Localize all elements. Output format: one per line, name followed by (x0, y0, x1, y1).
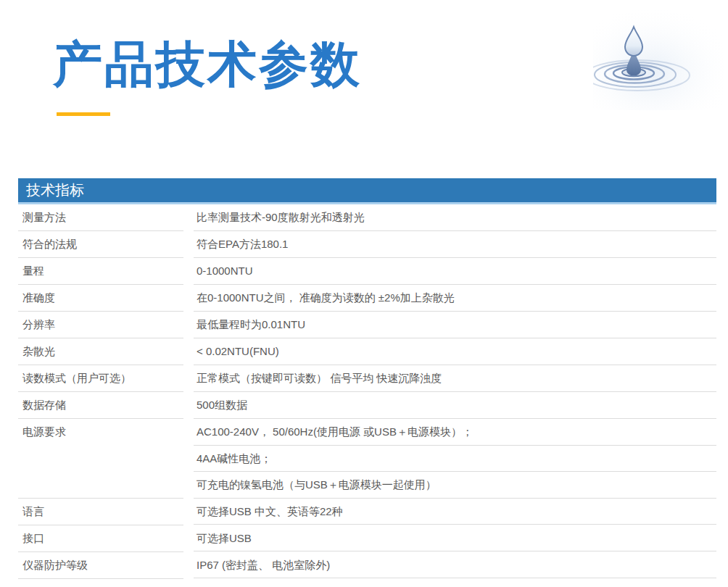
table-row: 语言可选择USB 中文、英语等22种 (18, 499, 716, 525)
water-drop-image (593, 7, 724, 110)
page-title: 产品技术参数 (53, 33, 362, 95)
column-gap (183, 499, 194, 525)
spec-table-body: 测量方法比率测量技术-90度散射光和透射光符合的法规符合EPA方法180.1量程… (18, 204, 716, 579)
row-label: 读数模式（用户可选） (18, 365, 183, 392)
table-row: 杂散光< 0.02NTU(FNU) (18, 338, 716, 365)
table-row: 测量方法比率测量技术-90度散射光和透射光 (18, 204, 716, 231)
row-value: IP67 (密封盖、 电池室除外) (194, 552, 716, 579)
table-row: 量程0-1000NTU (18, 258, 716, 285)
column-gap (183, 204, 194, 231)
row-label: 接口 (18, 525, 183, 552)
spec-table-header: 技术指标 (18, 178, 716, 204)
title-underline (57, 112, 110, 116)
column-gap (183, 231, 194, 258)
row-label: 仪器防护等级 (18, 552, 183, 579)
column-gap (183, 392, 194, 419)
row-value: 正常模式（按键即可读数） 信号平均 快速沉降浊度 (194, 365, 716, 392)
table-row: 分辨率最低量程时为0.01NTU (18, 312, 716, 338)
row-label: 杂散光 (18, 338, 183, 365)
spec-table: 技术指标 测量方法比率测量技术-90度散射光和透射光符合的法规符合EPA方法18… (18, 178, 716, 579)
page: 产品技术参数 (0, 0, 728, 587)
value-line: 0-1000NTU (194, 258, 716, 285)
value-line: 4AA碱性电池； (194, 446, 716, 472)
drop-image-background (593, 7, 724, 110)
table-row: 准确度在0-1000NTU之间， 准确度为读数的 ±2%加上杂散光 (18, 285, 716, 312)
value-line: 比率测量技术-90度散射光和透射光 (194, 204, 716, 231)
row-value: AC100-240V， 50/60Hz(使用电源 或USB＋电源模块）；4AA碱… (194, 419, 716, 499)
table-row: 接口可选择USB (18, 525, 716, 552)
row-value: 500组数据 (194, 392, 716, 419)
value-line: 可选择USB 中文、英语等22种 (194, 499, 716, 525)
row-value: 0-1000NTU (194, 258, 716, 285)
value-line: 在0-1000NTU之间， 准确度为读数的 ±2%加上杂散光 (194, 285, 716, 312)
column-gap (183, 525, 194, 552)
column-gap (183, 419, 194, 499)
table-row: 读数模式（用户可选）正常模式（按键即可读数） 信号平均 快速沉降浊度 (18, 365, 716, 392)
row-label: 符合的法规 (18, 231, 183, 258)
row-label: 准确度 (18, 285, 183, 312)
row-value: 在0-1000NTU之间， 准确度为读数的 ±2%加上杂散光 (194, 285, 716, 312)
column-gap (183, 365, 194, 392)
value-line: 符合EPA方法180.1 (194, 231, 716, 258)
row-value: < 0.02NTU(FNU) (194, 338, 716, 365)
value-line: AC100-240V， 50/60Hz(使用电源 或USB＋电源模块）； (194, 419, 716, 446)
value-line: 可充电的镍氢电池（与USB＋电源模块一起使用） (194, 472, 716, 499)
table-row: 符合的法规符合EPA方法180.1 (18, 231, 716, 258)
row-value: 可选择USB (194, 525, 716, 552)
table-row: 仪器防护等级IP67 (密封盖、 电池室除外) (18, 552, 716, 579)
row-label: 语言 (18, 499, 183, 525)
table-row: 数据存储500组数据 (18, 392, 716, 419)
row-value: 最低量程时为0.01NTU (194, 312, 716, 338)
value-line: 500组数据 (194, 392, 716, 419)
value-line: IP67 (密封盖、 电池室除外) (194, 552, 716, 579)
row-value: 可选择USB 中文、英语等22种 (194, 499, 716, 525)
table-row: 电源要求AC100-240V， 50/60Hz(使用电源 或USB＋电源模块）；… (18, 419, 716, 499)
value-line: 可选择USB (194, 525, 716, 552)
column-gap (183, 258, 194, 285)
row-label: 数据存储 (18, 392, 183, 419)
column-gap (183, 312, 194, 338)
row-value: 符合EPA方法180.1 (194, 231, 716, 258)
column-gap (183, 338, 194, 365)
row-label: 分辨率 (18, 312, 183, 338)
column-gap (183, 285, 194, 312)
value-line: < 0.02NTU(FNU) (194, 338, 716, 365)
row-value: 比率测量技术-90度散射光和透射光 (194, 204, 716, 231)
row-label: 量程 (18, 258, 183, 285)
value-line: 最低量程时为0.01NTU (194, 312, 716, 338)
column-gap (183, 552, 194, 579)
row-label: 测量方法 (18, 204, 183, 231)
row-label: 电源要求 (18, 419, 183, 499)
value-line: 正常模式（按键即可读数） 信号平均 快速沉降浊度 (194, 365, 716, 392)
